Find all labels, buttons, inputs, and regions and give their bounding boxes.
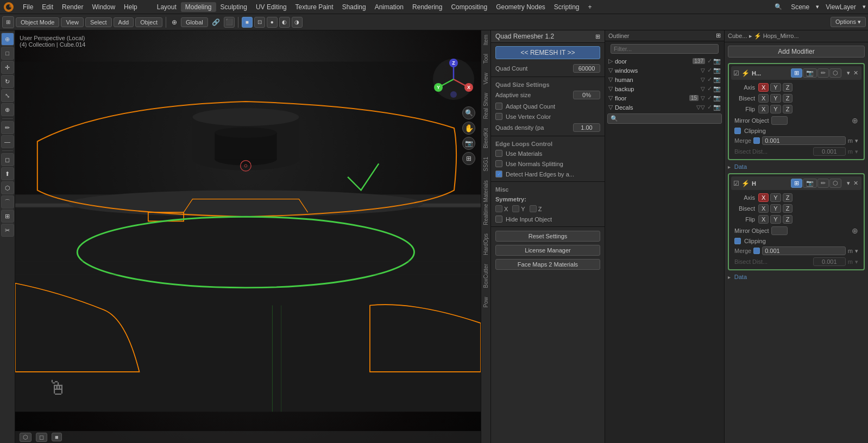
move-tool[interactable]: ✛ bbox=[1, 61, 14, 74]
mod1-tab-realtime[interactable]: ⊞ bbox=[791, 68, 802, 78]
mod1-tab-cage[interactable]: ⬡ bbox=[829, 68, 841, 78]
sym-y-cb[interactable] bbox=[512, 205, 519, 212]
hide-input-cb[interactable] bbox=[495, 216, 502, 223]
scale-tool[interactable]: ⤡ bbox=[1, 89, 14, 102]
mod2-axis-z[interactable]: Z bbox=[783, 193, 793, 202]
sym-x-cb[interactable] bbox=[495, 205, 502, 212]
mod1-merge-cb[interactable] bbox=[753, 137, 760, 144]
mod1-expand[interactable]: ▾ bbox=[846, 69, 851, 77]
backup-vis-icon[interactable]: ✓ bbox=[707, 85, 712, 92]
windows-vis-icon[interactable]: ✓ bbox=[707, 67, 712, 74]
add-cube-tool[interactable]: ◻ bbox=[1, 153, 14, 166]
select-mode-face[interactable]: ■ bbox=[52, 433, 62, 441]
backup-render-icon[interactable]: 📷 bbox=[713, 85, 721, 92]
grid-btn[interactable]: ⊞ bbox=[462, 152, 475, 165]
add-btn[interactable]: Add bbox=[114, 17, 134, 27]
quad-remesher-expand[interactable]: ⊞ bbox=[595, 33, 600, 40]
door-vis-icon[interactable]: ✓ bbox=[707, 58, 712, 65]
mod1-merge-val[interactable] bbox=[762, 136, 846, 145]
mod1-bisect-dist-arrow[interactable]: ▾ bbox=[855, 148, 858, 155]
mod2-tab-realtime[interactable]: ⊞ bbox=[791, 179, 802, 188]
viewport-gizmo[interactable]: Z X Y bbox=[432, 58, 475, 101]
select-mode-edge[interactable]: ◻ bbox=[36, 433, 47, 442]
loop-cut-tool[interactable]: ⊞ bbox=[1, 210, 14, 223]
use-vertex-color-cb[interactable] bbox=[495, 113, 502, 120]
side-tab-hardops[interactable]: HardOps bbox=[482, 229, 490, 260]
reset-settings-btn[interactable]: Reset Settings bbox=[495, 231, 600, 242]
overlay-toggle[interactable]: ■ bbox=[242, 17, 253, 28]
tab-scripting[interactable]: Scripting bbox=[550, 2, 584, 12]
measure-tool[interactable]: — bbox=[1, 135, 14, 148]
mod1-mirror-obj-icon[interactable]: ⊕ bbox=[852, 116, 858, 125]
mod2-expand[interactable]: ▾ bbox=[846, 180, 851, 187]
decals-render-icon[interactable]: 📷 bbox=[713, 104, 721, 111]
mod1-bisect-y[interactable]: Y bbox=[770, 94, 781, 103]
view-btn[interactable]: View bbox=[61, 17, 84, 27]
mod1-bisect-z[interactable]: Z bbox=[783, 94, 793, 103]
tab-compositing[interactable]: Compositing bbox=[446, 2, 492, 12]
outliner-item-backup[interactable]: ▽ backup ▽ ✓ 📷 bbox=[605, 84, 724, 93]
mod2-flip-x[interactable]: X bbox=[758, 215, 769, 224]
menu-window[interactable]: Window bbox=[87, 2, 119, 12]
remesh-it-button[interactable]: << REMESH IT >> bbox=[495, 46, 600, 59]
mod2-tab-cage[interactable]: ⬡ bbox=[829, 179, 841, 188]
outliner-search2[interactable]: 🔍 bbox=[607, 113, 722, 124]
tab-texture-paint[interactable]: Texture Paint bbox=[291, 2, 338, 12]
tab-rendering[interactable]: Rendering bbox=[408, 2, 446, 12]
tab-sculpting[interactable]: Sculpting bbox=[216, 2, 251, 12]
mod1-flip-z[interactable]: Z bbox=[783, 105, 793, 113]
material-mode[interactable]: ◐ bbox=[279, 17, 290, 28]
decals-vis-icon[interactable]: ✓ bbox=[707, 104, 712, 111]
side-tab-item[interactable]: Item bbox=[482, 30, 490, 49]
global-btn[interactable]: Global bbox=[181, 17, 208, 27]
outliner-item-decals[interactable]: ▽ Decals ▽▽ ✓ 📷 bbox=[605, 103, 724, 112]
mod1-checkbox[interactable]: ☑ bbox=[733, 69, 739, 77]
mod1-mirror-obj-field[interactable] bbox=[771, 116, 788, 125]
bevel-tool[interactable]: ⌒ bbox=[1, 195, 14, 208]
license-manager-btn[interactable]: License Manager bbox=[495, 245, 600, 256]
object-btn[interactable]: Object bbox=[135, 17, 162, 27]
outliner-filter-icon[interactable]: ⊞ bbox=[716, 32, 721, 39]
mod2-clipping-cb[interactable] bbox=[734, 238, 741, 244]
mod2-merge-cb[interactable] bbox=[753, 248, 760, 254]
mode-select[interactable]: Object Mode bbox=[16, 17, 59, 27]
mod2-mirror-obj-icon[interactable]: ⊕ bbox=[852, 226, 858, 235]
mod2-bisect-y[interactable]: Y bbox=[770, 204, 781, 213]
solid-mode[interactable]: ● bbox=[267, 17, 278, 28]
mod1-merge-arrow[interactable]: ▾ bbox=[855, 137, 858, 144]
extrude-tool[interactable]: ⬆ bbox=[1, 167, 14, 180]
mod2-tab-edit[interactable]: ✏ bbox=[817, 179, 829, 188]
mod2-mirror-obj-field[interactable] bbox=[771, 226, 788, 235]
mod1-tab-render[interactable]: 📷 bbox=[803, 68, 817, 78]
annotate-tool[interactable]: ✏ bbox=[1, 121, 14, 134]
select-btn[interactable]: Select bbox=[85, 17, 112, 27]
outliner-item-human[interactable]: ▽ human ▽ ✓ 📷 bbox=[605, 75, 724, 84]
mod1-axis-x[interactable]: X bbox=[758, 83, 769, 92]
mod1-tab-edit[interactable]: ✏ bbox=[817, 68, 829, 78]
outliner-search-input[interactable] bbox=[611, 44, 719, 54]
human-render-icon[interactable]: 📷 bbox=[713, 76, 721, 83]
side-tab-view[interactable]: View bbox=[482, 68, 490, 89]
transform-tool[interactable]: ⊕ bbox=[1, 103, 14, 116]
menu-help[interactable]: Help bbox=[119, 2, 142, 12]
mod1-axis-z[interactable]: Z bbox=[783, 83, 793, 92]
camera-btn[interactable]: 📷 bbox=[462, 137, 475, 150]
select-mode-vert[interactable]: ⬡ bbox=[20, 433, 32, 442]
mod2-axis-x[interactable]: X bbox=[758, 193, 769, 202]
editor-type-btn[interactable]: ⊞ bbox=[2, 16, 14, 28]
mod1-bisect-dist-val[interactable] bbox=[813, 147, 846, 156]
mod1-flip-y[interactable]: Y bbox=[770, 105, 781, 113]
detect-hard-edges-cb[interactable]: ✓ bbox=[495, 170, 502, 178]
menu-render[interactable]: Render bbox=[58, 2, 87, 12]
tab-animation[interactable]: Animation bbox=[370, 2, 408, 12]
mod2-merge-val[interactable] bbox=[762, 246, 846, 255]
mod1-clipping-cb[interactable] bbox=[734, 128, 741, 134]
mod2-flip-y[interactable]: Y bbox=[770, 215, 781, 224]
adaptive-size-value[interactable]: 0% bbox=[573, 91, 600, 99]
add-modifier-button[interactable]: Add Modifier bbox=[728, 46, 865, 58]
tab-uv-editing[interactable]: UV Editing bbox=[251, 2, 291, 12]
mod2-bisect-dist-val[interactable] bbox=[813, 257, 846, 266]
inset-tool[interactable]: ⬡ bbox=[1, 181, 14, 194]
pan-btn[interactable]: ✋ bbox=[462, 122, 475, 135]
select-box-tool[interactable]: □ bbox=[1, 47, 14, 60]
